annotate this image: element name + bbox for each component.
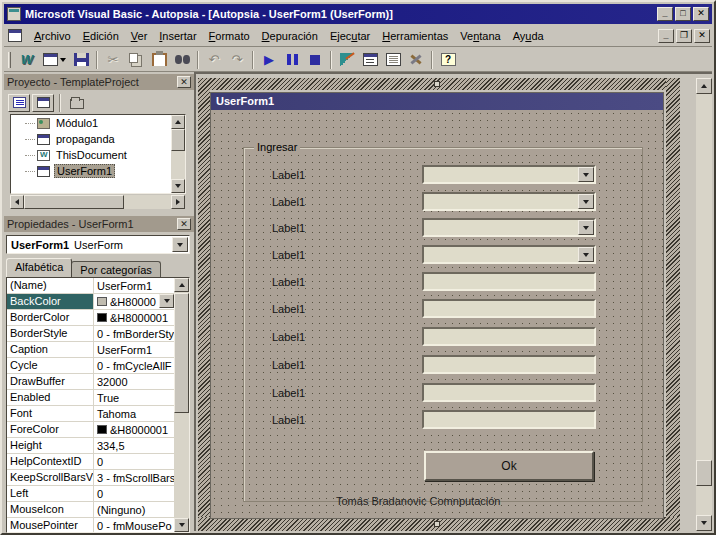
save-button[interactable] [70, 50, 92, 70]
properties-tabs: Alfabética Por categorías [6, 258, 190, 277]
toolbox-button[interactable] [405, 50, 427, 70]
combo-dropdown-button[interactable] [578, 247, 594, 262]
designer-vscrollbar[interactable] [696, 78, 712, 531]
combo-dropdown-button[interactable] [578, 167, 594, 182]
view-object-button[interactable] [32, 94, 54, 112]
paste-button[interactable] [148, 50, 170, 70]
design-mode-button[interactable] [336, 50, 358, 70]
tree-item-thisdocument[interactable]: ThisDocument [11, 147, 185, 163]
mdi-minimize-button[interactable]: _ [658, 29, 674, 43]
maximize-button[interactable]: □ [675, 7, 691, 21]
form-footer-label[interactable]: Tomás Bradanovic Comnputación [336, 495, 500, 507]
userform-canvas[interactable]: Ingresar Label1 Label1 Label1 Label1 Lab… [211, 110, 663, 518]
menu-formato[interactable]: Formato [203, 27, 256, 45]
property-row: HelpContextID0 [7, 454, 174, 470]
undo-button[interactable]: ↶ [203, 50, 225, 70]
project-panel-header[interactable]: Proyecto - TemplateProject ✕ [4, 74, 194, 90]
help-button[interactable]: ? [437, 50, 459, 70]
textbox-field[interactable] [422, 410, 596, 429]
form-label[interactable]: Label1 [272, 196, 305, 208]
form-label[interactable]: Label1 [272, 276, 305, 288]
toolbar-grip[interactable] [8, 52, 11, 68]
menu-ejecutar[interactable]: Ejecutar [324, 27, 376, 45]
redo-button[interactable]: ↷ [226, 50, 248, 70]
form-label[interactable]: Label1 [272, 359, 305, 371]
scroll-right-icon [176, 199, 183, 205]
find-button[interactable] [171, 50, 193, 70]
resize-handle-bottom[interactable] [434, 521, 440, 527]
tree-item-modulo1[interactable]: Módulo1 [11, 115, 185, 131]
form-label[interactable]: Label1 [272, 414, 305, 426]
scroll-thumb[interactable] [174, 293, 189, 413]
mdi-child-icon[interactable] [8, 29, 22, 42]
menu-ventana[interactable]: Ventana [454, 27, 506, 45]
menu-herramientas[interactable]: Herramientas [376, 27, 454, 45]
selection-border-left[interactable] [198, 78, 210, 531]
pause-button[interactable] [281, 50, 303, 70]
selection-border-right[interactable] [666, 78, 680, 531]
toggle-folders-button[interactable] [66, 94, 88, 112]
properties-window-button[interactable] [382, 50, 404, 70]
form-label[interactable]: Label1 [272, 303, 305, 315]
color-swatch [97, 297, 107, 306]
minimize-button[interactable]: _ [657, 7, 673, 21]
combobox-field[interactable] [422, 192, 596, 211]
resize-handle-top[interactable] [434, 81, 440, 87]
tree-item-userform1[interactable]: UserForm1 [11, 163, 185, 179]
form-label[interactable]: Label1 [272, 222, 305, 234]
textbox-field[interactable] [422, 327, 596, 346]
tree-item-propaganda[interactable]: propaganda [11, 131, 185, 147]
textbox-field[interactable] [422, 299, 596, 318]
scroll-thumb[interactable] [24, 195, 124, 209]
combobox-field[interactable] [422, 218, 596, 237]
project-tree-vscrollbar[interactable] [171, 115, 185, 193]
menu-edicion[interactable]: Edición [77, 27, 125, 45]
view-microsoft-word-button[interactable]: W [16, 50, 38, 70]
close-button[interactable]: ✕ [693, 7, 709, 21]
copy-button[interactable] [125, 50, 147, 70]
tab-por-categorias[interactable]: Por categorías [71, 261, 161, 277]
menu-ayuda[interactable]: Ayuda [507, 27, 550, 45]
textbox-field[interactable] [422, 355, 596, 374]
run-button[interactable]: ▶ [258, 50, 280, 70]
tab-alfabetica[interactable]: Alfabética [6, 258, 72, 277]
project-explorer-button[interactable] [359, 50, 381, 70]
form-label[interactable]: Label1 [272, 331, 305, 343]
scroll-thumb[interactable] [696, 460, 712, 486]
object-selector-dropdown[interactable] [172, 237, 188, 252]
object-selector[interactable]: UserForm1 UserForm [6, 235, 190, 254]
form-label[interactable]: Label1 [272, 169, 305, 181]
project-tree-hscrollbar[interactable] [10, 195, 185, 209]
textbox-field[interactable] [422, 272, 596, 291]
combobox-field[interactable] [422, 245, 596, 264]
property-row: BorderColor&H8000001 [7, 310, 174, 326]
combo-dropdown-button[interactable] [578, 220, 594, 235]
properties-panel-header[interactable]: Propiedades - UserForm1 ✕ [4, 216, 194, 232]
form-label[interactable]: Label1 [272, 387, 305, 399]
mdi-area: UserForm1 Ingresar Label1 Label1 Label1 … [194, 72, 712, 531]
menu-depuracion[interactable]: Depuración [256, 27, 324, 45]
textbox-field[interactable] [422, 383, 596, 402]
frame-ingresar[interactable]: Ingresar Label1 Label1 Label1 Label1 Lab… [243, 147, 643, 502]
project-panel-close-icon[interactable]: ✕ [177, 76, 191, 88]
insert-userform-button[interactable] [39, 50, 69, 70]
chevron-down-icon [583, 200, 589, 207]
scroll-thumb[interactable] [171, 129, 185, 151]
combobox-field[interactable] [422, 165, 596, 184]
property-dropdown[interactable] [159, 294, 174, 308]
menu-insertar[interactable]: Insertar [153, 27, 202, 45]
property-value: 334,5 [97, 440, 125, 452]
cut-button[interactable]: ✂ [102, 50, 124, 70]
combo-dropdown-button[interactable] [578, 194, 594, 209]
stop-button[interactable] [304, 50, 326, 70]
view-code-button[interactable] [8, 94, 30, 112]
mdi-restore-button[interactable]: ❐ [676, 29, 692, 43]
ok-button[interactable]: Ok [424, 451, 594, 481]
menu-ver[interactable]: Ver [125, 27, 154, 45]
form-label[interactable]: Label1 [272, 249, 305, 261]
properties-panel-close-icon[interactable]: ✕ [177, 218, 191, 230]
userform-titlebar[interactable]: UserForm1 [211, 93, 663, 110]
menu-archivo[interactable]: Archivo [28, 27, 77, 45]
mdi-close-button[interactable]: ✕ [694, 29, 710, 43]
properties-vscrollbar[interactable] [174, 278, 189, 532]
